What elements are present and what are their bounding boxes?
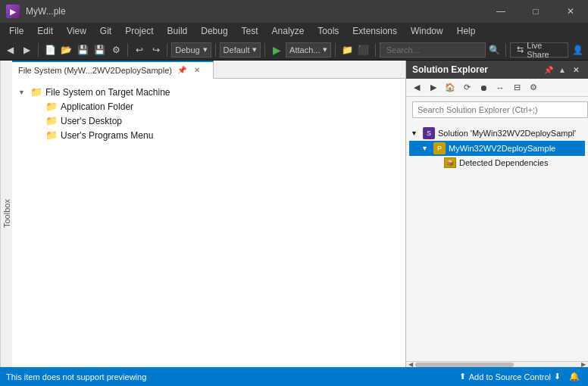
menu-window[interactable]: Window	[405, 23, 449, 39]
title-bar-controls: — □ ✕	[483, 0, 588, 23]
se-home-button[interactable]: 🏠	[443, 80, 458, 95]
programs-label: User's Programs Menu	[61, 130, 153, 141]
folder-icon[interactable]: 📁	[339, 42, 355, 58]
menu-analyze[interactable]: Analyze	[266, 23, 311, 39]
se-back-button[interactable]: ◀	[409, 80, 424, 95]
scrollbar-thumb	[415, 363, 514, 367]
toolbar: ◀ ▶ 📄 📂 💾 💾 ⚙ ↩ ↪ Debug ▾ Default ▾ ▶ At…	[0, 39, 588, 61]
redo-button[interactable]: ↪	[149, 42, 164, 58]
window-title: MyW...ple	[26, 6, 66, 17]
close-button[interactable]: ✕	[553, 0, 588, 23]
title-bar-left: ▶ MyW...ple	[6, 5, 66, 18]
menu-git[interactable]: Git	[94, 23, 117, 39]
toolbar-separator-2	[127, 43, 128, 57]
scrollbar-track[interactable]	[415, 363, 579, 367]
se-scrollbar: ◀ ▶	[406, 361, 588, 367]
toolbar-separator-7	[375, 43, 376, 57]
tree-node-programs[interactable]: 📁 User's Programs Menu	[15, 128, 402, 142]
deps-label: Detected Dependencies	[459, 158, 548, 167]
maximize-button[interactable]: □	[518, 0, 553, 23]
toolbar-separator-1	[38, 43, 39, 57]
se-tree: ▼ S Solution 'MyWin32WV2DeploySampl' ▼ P…	[406, 123, 588, 173]
toolbar-icon-1[interactable]: ⚙	[108, 42, 124, 58]
fs-tab-close[interactable]: ✕	[190, 64, 204, 77]
status-left: This item does not support previewing	[6, 372, 146, 381]
root-folder-icon: 📁	[30, 86, 42, 98]
toolbar-separator-8	[505, 43, 506, 57]
toolbar-separator-3	[167, 43, 167, 57]
undo-button[interactable]: ↩	[132, 42, 147, 58]
se-solution-node[interactable]: ▼ S Solution 'MyWin32WV2DeploySampl'	[409, 126, 585, 141]
source-control-button[interactable]: ⬆ Add to Source Control ⬇	[459, 372, 561, 381]
se-sync-button[interactable]: ↔	[493, 80, 508, 95]
menu-edit[interactable]: Edit	[31, 23, 59, 39]
notification-bell-icon[interactable]: 🔔	[567, 369, 582, 384]
menu-project[interactable]: Project	[119, 23, 159, 39]
tree-node-app-folder[interactable]: 📁 Application Folder	[15, 99, 402, 114]
tree-root[interactable]: ▼ 📁 File System on Target Machine	[15, 85, 402, 99]
menu-build[interactable]: Build	[161, 23, 194, 39]
attach-dropdown-arrow: ▾	[323, 45, 327, 54]
source-control-arrow-down-icon: ⬇	[554, 372, 561, 381]
source-control-arrow-up-icon: ⬆	[459, 372, 466, 381]
save-button[interactable]: 💾	[76, 42, 91, 58]
fs-tab-bar: File System (MyW...2WV2DeploySample) 📌 ✕	[12, 61, 405, 79]
se-search-input[interactable]	[412, 101, 588, 118]
solution-explorer-panel: Solution Explorer 📌 ▲ ✕ ◀ ▶ 🏠 ⟳ ⏺ ↔ ⊟ ⚙ …	[406, 61, 588, 367]
se-deps-node[interactable]: 📦 Detected Dependencies	[409, 156, 585, 170]
toolbar-separator-5	[264, 43, 265, 57]
se-close-button[interactable]: ✕	[570, 64, 582, 76]
search-button[interactable]: 🔍	[487, 42, 502, 58]
status-right: ⬆ Add to Source Control ⬇ 🔔	[459, 369, 582, 384]
live-share-extra[interactable]: 👤	[570, 42, 585, 58]
se-expand-button[interactable]: ▲	[556, 64, 568, 76]
se-project-node[interactable]: ▼ P MyWin32WV2DeploySample	[409, 141, 585, 156]
status-message: This item does not support previewing	[6, 372, 146, 381]
menu-debug[interactable]: Debug	[195, 23, 233, 39]
fs-tree: ▼ 📁 File System on Target Machine 📁 Appl…	[12, 79, 405, 148]
app-folder-label: Application Folder	[61, 101, 133, 112]
live-share-button[interactable]: ⇆ Live Share	[510, 42, 568, 58]
menu-file[interactable]: File	[3, 23, 30, 39]
main-content: Toolbox File System (MyW...2WV2DeploySam…	[0, 61, 588, 367]
menu-test[interactable]: Test	[236, 23, 264, 39]
root-expand-icon: ▼	[18, 89, 27, 96]
se-settings-button[interactable]: ⚙	[526, 80, 541, 95]
new-file-button[interactable]: 📄	[42, 42, 58, 58]
platform-dropdown-arrow: ▾	[252, 45, 257, 54]
se-search-container	[406, 97, 588, 123]
solution-label: Solution 'MyWin32WV2DeploySampl'	[438, 129, 576, 138]
desktop-label: User's Desktop	[61, 116, 122, 126]
toolbar-separator-6	[335, 43, 336, 57]
back-button[interactable]: ◀	[3, 42, 18, 58]
tree-node-desktop[interactable]: 📁 User's Desktop	[15, 114, 402, 128]
menu-tools[interactable]: Tools	[311, 23, 345, 39]
se-collapse-button[interactable]: ⊟	[509, 80, 524, 95]
se-refresh-button[interactable]: ⟳	[459, 80, 474, 95]
fs-tab-pin[interactable]: 📌	[175, 64, 189, 77]
se-header: Solution Explorer 📌 ▲ ✕	[406, 61, 588, 79]
run-button[interactable]: ▶	[269, 42, 284, 58]
status-bar: This item does not support previewing ⬆ …	[0, 367, 588, 386]
live-share-label: Live Share	[527, 41, 561, 59]
menu-extensions[interactable]: Extensions	[346, 23, 403, 39]
menu-view[interactable]: View	[61, 23, 92, 39]
open-button[interactable]: 📂	[59, 42, 74, 58]
fs-panel-body: ▼ 📁 File System on Target Machine 📁 Appl…	[12, 79, 405, 367]
menu-help[interactable]: Help	[451, 23, 482, 39]
save-all-button[interactable]: 💾	[92, 42, 108, 58]
se-filter-button[interactable]: ⏺	[476, 80, 491, 95]
toolbar-icon-2[interactable]: ⬛	[356, 42, 371, 58]
minimize-button[interactable]: —	[483, 0, 518, 23]
search-input[interactable]	[380, 42, 486, 58]
attach-dropdown[interactable]: Attach... ▾	[286, 42, 331, 58]
config-dropdown[interactable]: Debug ▾	[171, 42, 211, 58]
fs-tab-label: File System (MyW...2WV2DeploySample)	[18, 66, 172, 75]
platform-dropdown[interactable]: Default ▾	[220, 42, 261, 58]
toolbox-sidebar[interactable]: Toolbox	[0, 61, 12, 367]
fs-tab[interactable]: File System (MyW...2WV2DeploySample) 📌 ✕	[12, 61, 214, 79]
se-forward-button[interactable]: ▶	[426, 80, 441, 95]
programs-folder-icon: 📁	[45, 129, 58, 141]
forward-button[interactable]: ▶	[20, 42, 35, 58]
se-pin-button[interactable]: 📌	[543, 64, 555, 76]
